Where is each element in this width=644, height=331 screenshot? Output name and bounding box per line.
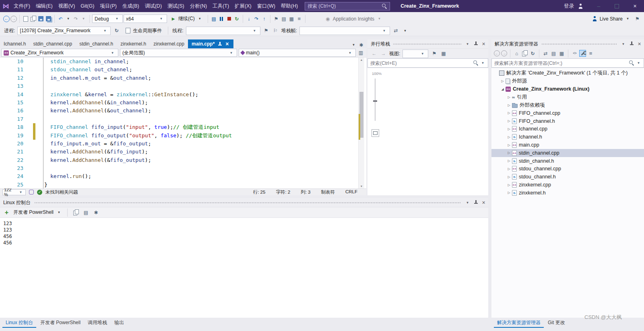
shell-selector[interactable]: 开发者 PowerShell xyxy=(13,208,62,217)
menu-help[interactable]: 帮助(H) xyxy=(278,1,301,11)
undo-dropdown-icon[interactable] xyxy=(65,15,72,22)
code-line[interactable]: 18FIFO_channel fifo_input("input", true)… xyxy=(0,123,366,131)
lifecycle-events-button[interactable]: 生命周期事件 xyxy=(122,26,164,35)
application-insights-button[interactable]: Application Insights xyxy=(322,14,385,24)
menu-analyze[interactable]: 分析(N) xyxy=(187,1,210,11)
parallel-stacks-search[interactable] xyxy=(367,58,488,68)
breakpoint-margin[interactable] xyxy=(27,74,33,82)
method-view-icon[interactable] xyxy=(440,50,447,57)
pause-button[interactable] xyxy=(218,15,225,22)
chevron-down-icon[interactable] xyxy=(479,60,486,66)
line-ending-indicator[interactable]: CRLF xyxy=(345,189,357,195)
thread-combo[interactable] xyxy=(186,27,260,35)
account-icon[interactable] xyxy=(577,3,584,10)
panel-tab[interactable]: 解决方案资源管理器 xyxy=(494,318,544,328)
flag-outline-icon[interactable] xyxy=(272,27,279,34)
breakpoint-margin[interactable] xyxy=(27,132,33,140)
code-line[interactable]: 15kernel.AddChannel(&in_channel); xyxy=(0,99,366,107)
windows-list-button[interactable] xyxy=(288,15,295,22)
code-line[interactable]: 22kernel.AddChannel(&fifo_output); xyxy=(0,156,366,164)
split-window-icon[interactable] xyxy=(357,50,364,56)
live-share-button[interactable]: Live Share xyxy=(589,14,633,24)
expander-icon[interactable]: ▷ xyxy=(506,167,512,171)
menu-window[interactable]: 窗口(W) xyxy=(254,1,278,11)
save-button[interactable] xyxy=(37,15,44,22)
paste-icon[interactable] xyxy=(83,209,89,216)
document-list-dropdown-icon[interactable] xyxy=(350,41,357,48)
scroll-up-icon[interactable]: ▲ xyxy=(359,58,364,61)
quick-search-input[interactable] xyxy=(307,3,381,9)
menu-edit[interactable]: 编辑(E) xyxy=(33,1,56,11)
process-combo[interactable]: [12078] Create_Zinx_Framework xyxy=(17,27,111,35)
configuration-combo[interactable]: Debug xyxy=(92,14,123,23)
line-number[interactable]: 18 xyxy=(0,123,27,131)
editor-tab[interactable]: zinxkernel.h xyxy=(117,39,150,48)
title-bar[interactable]: 文件(F)编辑(E)视图(V)Git(G)项目(P)生成(B)调试(D)测试(S… xyxy=(0,0,644,12)
close-button[interactable] xyxy=(626,0,644,12)
line-number[interactable]: 21 xyxy=(0,148,27,156)
solution-explorer-search-input[interactable] xyxy=(493,60,628,66)
menu-git[interactable]: Git(G) xyxy=(78,2,97,10)
zoom-combo[interactable]: 122 % xyxy=(2,189,26,195)
expander-icon[interactable]: ▷ xyxy=(506,111,512,115)
breakpoint-margin[interactable] xyxy=(27,58,33,66)
breakpoint-margin[interactable] xyxy=(27,91,33,99)
code-line[interactable]: 25} xyxy=(0,181,366,188)
forward-icon[interactable] xyxy=(501,50,507,56)
expander-icon[interactable]: ▷ xyxy=(506,183,512,187)
expander-icon[interactable]: ▷ xyxy=(506,135,512,139)
tree-item[interactable]: ▷++FIFO_channel.cpp xyxy=(491,109,644,117)
minimize-button[interactable] xyxy=(590,0,608,12)
parallel-stacks-canvas[interactable]: 100% xyxy=(367,68,488,195)
line-number[interactable]: 13 xyxy=(0,82,27,90)
scroll-down-icon[interactable]: ▼ xyxy=(359,185,364,188)
breakpoint-margin[interactable] xyxy=(27,107,33,115)
code-line[interactable]: 17 xyxy=(0,115,366,123)
code-line[interactable]: 13 xyxy=(0,82,366,90)
feedback-icon[interactable] xyxy=(634,15,641,22)
breakpoint-margin[interactable] xyxy=(27,99,33,107)
editor-tab[interactable]: stdin_channel.cpp xyxy=(29,39,76,48)
flag-thread-icon[interactable] xyxy=(263,27,270,34)
line-number[interactable]: 11 xyxy=(0,66,27,74)
tree-item[interactable]: ▷++zinxkernel.cpp xyxy=(491,181,644,189)
view-combo[interactable] xyxy=(402,50,428,58)
expander-icon[interactable]: ▷ xyxy=(506,103,512,107)
line-number[interactable]: 10 xyxy=(0,58,27,66)
expander-icon[interactable]: ▷ xyxy=(500,79,506,83)
show-all-files-icon[interactable] xyxy=(550,50,557,57)
line-number[interactable]: 12 xyxy=(0,74,27,82)
switch-views-icon[interactable] xyxy=(521,50,528,57)
close-icon[interactable] xyxy=(481,199,487,206)
platform-combo[interactable]: x64 xyxy=(124,14,167,23)
editor-tab[interactable]: zinxkernel.cpp xyxy=(150,39,188,48)
close-icon[interactable] xyxy=(481,41,487,48)
breakpoint-margin[interactable] xyxy=(27,66,33,74)
diagnostics-icon[interactable] xyxy=(211,15,217,22)
pin-icon[interactable] xyxy=(473,199,479,206)
code-line[interactable]: 24kernel.run(); xyxy=(0,172,366,180)
line-number[interactable]: 20 xyxy=(0,140,27,148)
line-number[interactable]: 19 xyxy=(0,132,27,140)
editor-tab[interactable]: stdin_channel.h xyxy=(76,39,117,48)
tree-item[interactable]: ▷外部依赖项 xyxy=(491,101,644,109)
breakpoint-margin[interactable] xyxy=(27,82,33,90)
breakpoint-margin[interactable] xyxy=(27,181,33,188)
panel-tab[interactable]: Git 更改 xyxy=(545,318,568,328)
zoom-slider[interactable] xyxy=(375,79,376,121)
flag-filter-icon[interactable] xyxy=(431,50,438,57)
code-line[interactable]: 19FIFO_channel fifo_output("output", fal… xyxy=(0,132,366,140)
new-terminal-icon[interactable] xyxy=(3,209,10,216)
refresh-icon[interactable] xyxy=(529,50,536,57)
code-line[interactable]: 10stdin_channel in_channel; xyxy=(0,58,366,66)
breakpoint-margin[interactable] xyxy=(27,172,33,180)
tree-item[interactable]: ▷hzinxkernel.h xyxy=(491,189,644,197)
breakpoint-margin[interactable] xyxy=(27,123,33,131)
line-number[interactable]: 25 xyxy=(0,181,27,188)
parallel-stacks-header[interactable]: 并行堆栈 xyxy=(367,39,488,48)
forward-icon[interactable] xyxy=(380,50,387,57)
breakpoint-margin[interactable] xyxy=(27,148,33,156)
sync-frame-icon[interactable] xyxy=(392,27,399,34)
code-editor[interactable]: 10stdin_channel in_channel;11stdou_chann… xyxy=(0,57,366,188)
editor-tab[interactable]: main.cpp* xyxy=(188,39,233,48)
